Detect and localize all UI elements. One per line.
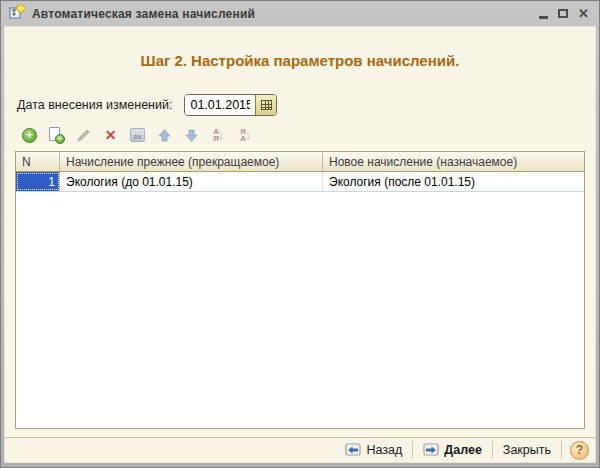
- move-down-button[interactable]: [183, 127, 200, 144]
- back-button-label: Назад: [366, 443, 402, 457]
- sort-descending-button[interactable]: ЯА ↓: [237, 127, 254, 144]
- next-arrow-icon: [423, 443, 439, 457]
- back-arrow-icon: [345, 443, 361, 457]
- window-title: Автоматическая замена начислений: [32, 7, 255, 21]
- maximize-icon[interactable]: [558, 9, 568, 18]
- end-edit-icon: ок: [130, 128, 145, 142]
- column-header-new-accrual[interactable]: Новое начисление (назначаемое): [323, 152, 584, 171]
- close-button-label: Закрыть: [503, 443, 551, 457]
- arrow-down-icon: [184, 128, 199, 143]
- footer-button-bar: Назад Далее Закрыть ?: [4, 437, 596, 463]
- next-button-label: Далее: [444, 443, 482, 457]
- window-controls: ✕: [539, 7, 591, 20]
- sort-ascending-button[interactable]: АЯ ↓: [210, 127, 227, 144]
- date-input-group: [184, 94, 277, 116]
- new-accrual-cell[interactable]: Экология (после 01.01.15): [323, 172, 584, 191]
- dialog-body: Шаг 2. Настройка параметров начислений. …: [4, 26, 596, 437]
- copy-row-button[interactable]: +: [48, 127, 65, 144]
- move-up-button[interactable]: [156, 127, 173, 144]
- window-form-icon: [9, 4, 25, 24]
- date-input[interactable]: [185, 95, 255, 115]
- accruals-table: N Начисление прежнее (прекращаемое) Ново…: [15, 151, 585, 429]
- dialog-window: Автоматическая замена начислений ✕ Шаг 2…: [0, 0, 600, 468]
- list-toolbar: + + ✕ ок: [21, 126, 595, 144]
- add-row-button[interactable]: +: [21, 127, 38, 144]
- back-button[interactable]: Назад: [335, 439, 412, 461]
- calendar-icon: [261, 100, 272, 110]
- date-label: Дата внесения изменений:: [17, 98, 172, 112]
- edit-row-button[interactable]: [75, 127, 92, 144]
- date-row: Дата внесения изменений:: [17, 94, 595, 116]
- next-button[interactable]: Далее: [413, 439, 492, 461]
- row-number-cell[interactable]: 1: [16, 172, 60, 191]
- delete-row-button[interactable]: ✕: [102, 127, 119, 144]
- help-icon: ?: [576, 443, 583, 457]
- copy-plus-icon: +: [55, 134, 65, 144]
- footer-separator: [561, 441, 562, 459]
- step-heading: Шаг 2. Настройка параметров начислений.: [5, 52, 595, 69]
- delete-icon: ✕: [105, 127, 117, 143]
- add-icon: +: [22, 128, 37, 143]
- column-header-n[interactable]: N: [16, 152, 60, 171]
- close-icon[interactable]: ✕: [578, 7, 589, 20]
- close-button[interactable]: Закрыть: [493, 439, 561, 461]
- end-edit-button[interactable]: ок: [129, 127, 146, 144]
- table-empty-area: [16, 192, 584, 428]
- calendar-button[interactable]: [255, 95, 276, 115]
- minimize-icon[interactable]: [539, 16, 548, 19]
- column-header-old-accrual[interactable]: Начисление прежнее (прекращаемое): [60, 152, 323, 171]
- title-bar: Автоматическая замена начислений ✕: [4, 1, 596, 26]
- table-header: N Начисление прежнее (прекращаемое) Ново…: [16, 152, 584, 172]
- old-accrual-cell[interactable]: Экология (до 01.01.15): [60, 172, 323, 191]
- table-row[interactable]: 1 Экология (до 01.01.15) Экология (после…: [16, 172, 584, 192]
- arrow-up-icon: [157, 128, 172, 143]
- help-button[interactable]: ?: [570, 441, 589, 460]
- pencil-icon: [76, 128, 91, 143]
